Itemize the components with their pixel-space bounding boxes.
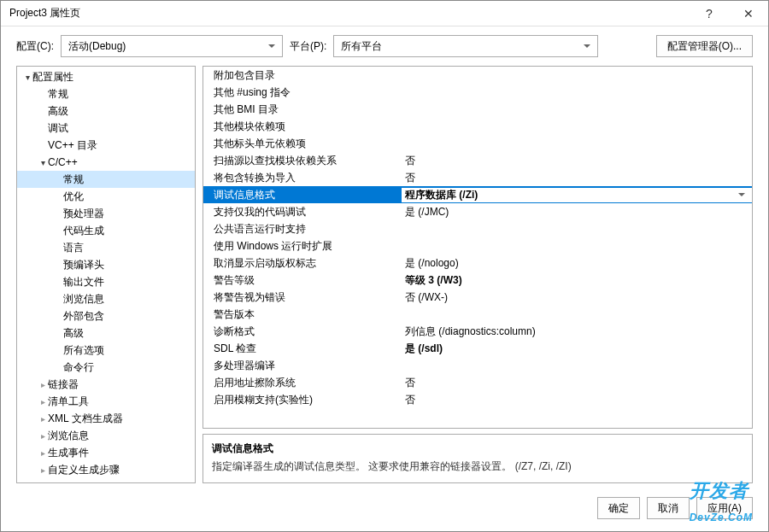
config-combo[interactable]: 活动(Debug) xyxy=(61,35,283,57)
tree-caret-icon[interactable] xyxy=(38,414,48,424)
property-label: 多处理器编译 xyxy=(203,359,402,373)
property-row[interactable]: 启用模糊支持(实验性)否 xyxy=(203,391,752,408)
tree-item[interactable]: 浏览信息 xyxy=(17,290,195,307)
tree-item[interactable]: 自定义生成步骤 xyxy=(17,461,195,478)
property-label: 附加包含目录 xyxy=(203,68,402,83)
property-row[interactable]: 其他模块依赖项 xyxy=(203,118,752,135)
tree-item-label: 高级 xyxy=(48,104,68,119)
tree-item[interactable]: 命令行 xyxy=(17,359,195,376)
property-row[interactable]: 使用 Windows 运行时扩展 xyxy=(203,237,752,254)
tree-item-label: 预编译头 xyxy=(63,258,104,272)
tree-item[interactable]: 预编译头 xyxy=(17,256,195,273)
property-row[interactable]: 其他 #using 指令 xyxy=(203,84,752,101)
property-row[interactable]: 取消显示启动版权标志是 (/nologo) xyxy=(203,254,752,272)
property-label: SDL 检查 xyxy=(203,342,402,356)
tree-caret-icon[interactable] xyxy=(38,158,48,167)
content-area: 配置属性常规高级调试VC++ 目录C/C++常规优化预处理器代码生成语言预编译头… xyxy=(1,66,768,488)
property-row[interactable]: 附加包含目录 xyxy=(203,67,752,84)
property-value[interactable]: 否 xyxy=(402,154,752,168)
platform-combo[interactable]: 所有平台 xyxy=(333,35,598,57)
tree-item-label: 代码生成 xyxy=(63,224,104,238)
description-text: 指定编译器生成的调试信息类型。 这要求使用兼容的链接器设置。 (/Z7, /Zi… xyxy=(212,459,743,474)
tree-item-label: 自定义生成步骤 xyxy=(48,463,120,477)
ok-button[interactable]: 确定 xyxy=(597,497,640,519)
property-label: 警告版本 xyxy=(203,307,402,322)
property-row[interactable]: 扫描源以查找模块依赖关系否 xyxy=(203,152,752,169)
description-title: 调试信息格式 xyxy=(212,441,743,456)
tree-item[interactable]: 高级 xyxy=(17,102,195,120)
property-row[interactable]: 其他 BMI 目录 xyxy=(203,101,752,118)
tree-caret-icon[interactable] xyxy=(38,448,48,458)
tree-item[interactable]: 输出文件 xyxy=(17,273,195,290)
property-row[interactable]: 支持仅我的代码调试是 (/JMC) xyxy=(203,203,752,220)
property-row[interactable]: 其他标头单元依赖项 xyxy=(203,135,752,152)
tree-caret-icon[interactable] xyxy=(38,380,48,389)
tree-item[interactable]: 预处理器 xyxy=(17,205,195,222)
platform-label: 平台(P): xyxy=(290,39,326,54)
property-label: 启用模糊支持(实验性) xyxy=(203,393,402,407)
property-row[interactable]: 警告版本 xyxy=(203,306,752,323)
property-value[interactable]: 否 xyxy=(402,376,752,390)
property-value[interactable]: 列信息 (/diagnostics:column) xyxy=(402,324,752,339)
tree-item[interactable]: 常规 xyxy=(17,171,195,188)
tree-item[interactable]: 链接器 xyxy=(17,376,195,393)
property-row[interactable]: 诊断格式列信息 (/diagnostics:column) xyxy=(203,323,752,340)
tree-item[interactable]: 调试 xyxy=(17,120,195,137)
tree-item[interactable]: 所有选项 xyxy=(17,342,195,359)
tree-item[interactable]: 常规 xyxy=(17,85,195,102)
tree-caret-icon[interactable] xyxy=(38,431,48,441)
property-label: 支持仅我的代码调试 xyxy=(203,205,402,219)
property-value[interactable]: 否 (/WX-) xyxy=(402,290,752,305)
tree-item-label: 浏览信息 xyxy=(63,292,104,307)
property-value[interactable]: 等级 3 (/W3) xyxy=(402,273,752,288)
tree-panel[interactable]: 配置属性常规高级调试VC++ 目录C/C++常规优化预处理器代码生成语言预编译头… xyxy=(16,66,196,483)
tree-caret-icon[interactable] xyxy=(38,465,48,475)
tree-item-label: 链接器 xyxy=(48,377,79,392)
tree-item[interactable]: 语言 xyxy=(17,239,195,256)
property-value[interactable]: 否 xyxy=(402,171,752,185)
property-label: 将包含转换为导入 xyxy=(203,171,402,185)
property-row[interactable]: 将包含转换为导入否 xyxy=(203,169,752,186)
property-row[interactable]: 调试信息格式程序数据库 (/Zi) xyxy=(203,186,752,203)
property-label: 诊断格式 xyxy=(203,324,402,339)
property-label: 取消显示启动版权标志 xyxy=(203,256,402,271)
titlebar: Project3 属性页 ? ✕ xyxy=(1,1,768,26)
toolbar: 配置(C): 活动(Debug) 平台(P): 所有平台 配置管理器(O)... xyxy=(1,26,768,66)
property-row[interactable]: 多处理器编译 xyxy=(203,357,752,374)
tree-item[interactable]: 生成事件 xyxy=(17,444,195,461)
property-row[interactable]: 公共语言运行时支持 xyxy=(203,220,752,237)
cancel-button[interactable]: 取消 xyxy=(647,497,690,519)
help-button[interactable]: ? xyxy=(690,1,729,26)
property-grid[interactable]: 附加包含目录其他 #using 指令其他 BMI 目录其他模块依赖项其他标头单元… xyxy=(203,66,753,429)
apply-button[interactable]: 应用(A) xyxy=(696,497,753,519)
tree-item-label: 浏览信息 xyxy=(48,429,89,443)
property-value[interactable]: 是 (/nologo) xyxy=(402,256,752,271)
tree-item[interactable]: 高级 xyxy=(17,324,195,342)
property-value[interactable]: 是 (/sdl) xyxy=(402,342,752,356)
tree-item-label: 命令行 xyxy=(63,360,94,375)
tree-caret-icon[interactable] xyxy=(22,73,32,82)
tree-item[interactable]: VC++ 目录 xyxy=(17,137,195,154)
tree-item[interactable]: 外部包含 xyxy=(17,307,195,324)
tree-item-label: 生成事件 xyxy=(48,446,89,460)
tree-item[interactable]: C/C++ xyxy=(17,154,195,171)
tree-item[interactable]: 浏览信息 xyxy=(17,427,195,444)
tree-caret-icon[interactable] xyxy=(38,397,48,406)
tree-item-label: 配置属性 xyxy=(32,70,73,85)
tree-item[interactable]: XML 文档生成器 xyxy=(17,410,195,427)
tree-item[interactable]: 配置属性 xyxy=(17,68,195,85)
tree-item-label: 输出文件 xyxy=(63,275,104,289)
config-manager-button[interactable]: 配置管理器(O)... xyxy=(656,35,753,57)
tree-item[interactable]: 代码生成 xyxy=(17,222,195,239)
property-row[interactable]: 警告等级等级 3 (/W3) xyxy=(203,272,752,289)
property-value[interactable]: 程序数据库 (/Zi) xyxy=(402,188,752,202)
close-button[interactable]: ✕ xyxy=(729,1,768,26)
property-value[interactable]: 否 xyxy=(402,393,752,407)
tree-item[interactable]: 优化 xyxy=(17,188,195,205)
tree-item[interactable]: 清单工具 xyxy=(17,393,195,410)
tree-item-label: 语言 xyxy=(63,241,84,255)
property-value[interactable]: 是 (/JMC) xyxy=(402,205,752,219)
property-row[interactable]: SDL 检查是 (/sdl) xyxy=(203,340,752,357)
property-row[interactable]: 启用地址擦除系统否 xyxy=(203,374,752,391)
property-row[interactable]: 将警告视为错误否 (/WX-) xyxy=(203,289,752,306)
